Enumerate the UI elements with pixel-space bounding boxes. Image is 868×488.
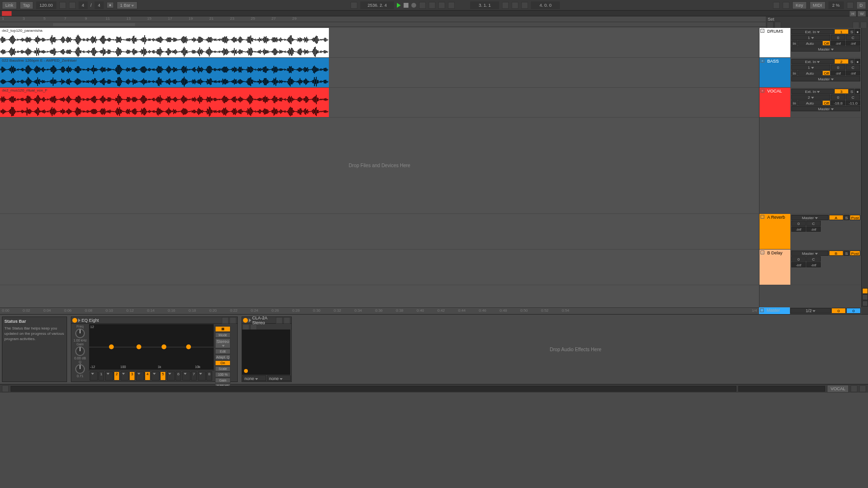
track-row[interactable]: 022 Bassline 126bpm E - AMPED_Zenhiser <box>0 58 759 88</box>
fold-icon[interactable]: ▸ <box>760 29 764 33</box>
input-type[interactable]: Ext. In <box>791 89 834 94</box>
fold-icon[interactable]: ▸ <box>760 251 764 254</box>
io-icon[interactable] <box>853 22 859 28</box>
expand-icon[interactable] <box>215 325 222 326</box>
add-track-icon[interactable] <box>767 22 773 28</box>
eq-band-cell[interactable]: 8 <box>198 371 212 381</box>
fold-icon[interactable]: ▸ <box>760 308 764 312</box>
pan-knob[interactable]: C <box>846 94 860 100</box>
cla-config-area[interactable] <box>242 330 290 375</box>
arm-button[interactable]: ● <box>855 29 860 34</box>
track-header[interactable]: ▸DRUMSExt. In1S●10CInAutoOff-inf-infMast… <box>760 28 861 58</box>
gain-knob[interactable] <box>75 346 85 356</box>
eq-band-cell[interactable]: 5 <box>151 371 166 381</box>
pan-knob[interactable]: C <box>846 65 860 70</box>
monitor-in[interactable]: In <box>791 70 798 76</box>
device-activator-icon[interactable] <box>243 318 248 323</box>
quantize-bar[interactable]: 1 Bar <box>117 1 138 9</box>
return-output[interactable]: Master <box>791 251 828 256</box>
band-shape[interactable] <box>151 371 160 381</box>
audio-clip[interactable]: de2_mus120_ritual_vox_F <box>0 88 329 117</box>
wrench-icon[interactable] <box>276 317 283 324</box>
band-toggle[interactable]: 5 <box>160 371 166 381</box>
band-toggle[interactable]: 7 <box>191 371 197 381</box>
audio-clip[interactable]: de2_top120_paramisha <box>0 28 329 57</box>
monitor-auto[interactable]: Auto <box>798 100 822 106</box>
return-name[interactable]: ▸A Reverb <box>760 214 790 249</box>
pan[interactable]: C <box>806 221 821 226</box>
pencil-icon[interactable] <box>773 2 780 9</box>
master-output[interactable]: 1/2 <box>790 308 831 314</box>
return-name[interactable]: ▸B Delay <box>760 250 790 285</box>
q-knob[interactable] <box>75 364 85 374</box>
eq-band-cell[interactable]: 4 <box>136 371 150 381</box>
bar-ruler[interactable]: 1357911131517192123252729 <box>0 16 766 22</box>
edit-button[interactable]: Edit <box>215 349 231 354</box>
band-shape[interactable] <box>198 371 206 381</box>
reenable-icon[interactable] <box>438 2 445 9</box>
band-toggle[interactable]: 3 <box>129 371 135 381</box>
time-ruler[interactable]: 1/4 0:000:020:040:060:080:100:120:140:16… <box>0 307 759 314</box>
band-shape[interactable] <box>182 371 190 381</box>
save-preset-icon[interactable] <box>230 317 236 324</box>
metronome-dot[interactable]: ● <box>107 2 114 8</box>
input-channel[interactable]: 1 <box>791 35 830 40</box>
cla-slider-handle[interactable] <box>244 369 248 373</box>
back-icon[interactable] <box>774 22 781 28</box>
pan[interactable]: C <box>806 256 821 262</box>
loop-brace-lane[interactable] <box>0 22 766 27</box>
clip-view-icon[interactable] <box>862 301 868 306</box>
solo-button[interactable]: S <box>849 89 854 94</box>
monitor-in[interactable]: In <box>791 100 798 106</box>
track-header[interactable]: ▸VOCALExt. In3S●20CInAutoOff-18.8-11.0Ma… <box>760 88 861 118</box>
scale-value[interactable]: 100 % <box>215 372 231 377</box>
drop-files-zone[interactable]: Drop Files and Devices Here <box>0 118 759 214</box>
post-button[interactable]: Post <box>850 215 860 220</box>
tap-button[interactable]: Tap <box>20 1 34 9</box>
link-button[interactable]: Link <box>2 1 17 9</box>
mode-select[interactable]: Stereo <box>215 338 231 348</box>
output-routing[interactable]: Master <box>791 106 860 111</box>
device-view-icon[interactable] <box>862 294 868 300</box>
fold-icon[interactable]: ▸ <box>760 89 764 92</box>
track-row[interactable]: de2_mus120_ritual_vox_F <box>0 88 759 118</box>
device-fold-icon[interactable] <box>249 318 251 322</box>
hotswap-icon[interactable] <box>222 317 229 324</box>
loop-length[interactable]: 4. 0. 0 <box>531 1 560 9</box>
audition-icon[interactable]: ▦ <box>215 326 231 332</box>
master-cue[interactable]: 0 <box>831 308 846 314</box>
monitor-off[interactable]: Off <box>822 40 830 46</box>
device-fold-icon[interactable] <box>78 318 81 322</box>
pan-knob[interactable]: C <box>846 35 860 40</box>
arrangement-overview[interactable]: H W <box>0 11 868 16</box>
nudge-up-icon[interactable] <box>69 2 76 9</box>
overdub-icon[interactable] <box>419 2 426 9</box>
help-icon[interactable] <box>2 385 9 392</box>
band-shape[interactable] <box>105 371 113 381</box>
adaptq-on[interactable]: On <box>215 360 231 366</box>
follow-icon[interactable] <box>351 2 357 9</box>
solo-button[interactable]: S <box>844 215 849 220</box>
arrange-position[interactable]: 2536. 2. 4 <box>360 1 394 9</box>
output-routing[interactable]: Master <box>791 46 860 52</box>
track-name[interactable]: ▸VOCAL <box>760 88 790 117</box>
return-letter[interactable]: B <box>829 251 843 256</box>
nudge-down-icon[interactable] <box>59 2 66 9</box>
monitor-auto[interactable]: Auto <box>798 70 822 76</box>
send-knob[interactable]: 0 <box>831 65 845 70</box>
eq-band-cell[interactable]: 1 <box>90 371 104 381</box>
hot-swap-icon[interactable] <box>862 288 868 294</box>
save-preset-icon[interactable] <box>284 317 290 324</box>
send-knob[interactable]: 0 <box>831 94 845 100</box>
track-header[interactable]: ▸BASSExt. In2S●10CInAutoOff-inf-infMaste… <box>760 58 861 88</box>
input-channel[interactable]: 1 <box>791 65 830 70</box>
eq-band-point[interactable] <box>186 344 191 349</box>
solo-button[interactable]: S <box>849 29 854 34</box>
record-button[interactable] <box>411 3 416 8</box>
band-shape[interactable] <box>90 371 98 381</box>
return-track-row[interactable] <box>0 214 759 250</box>
lock-icon[interactable] <box>860 22 867 28</box>
input-type[interactable]: Ext. In <box>791 59 834 64</box>
band-shape[interactable] <box>121 371 129 381</box>
band-toggle[interactable]: 8 <box>206 371 212 381</box>
